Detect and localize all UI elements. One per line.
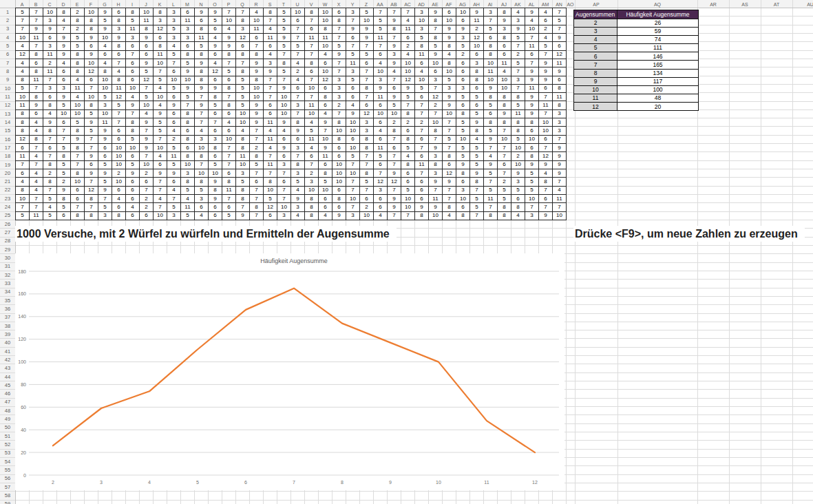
grid-cell[interactable]: 5	[43, 212, 57, 220]
grid-cell[interactable]: 6	[181, 42, 195, 50]
row-header[interactable]: 33	[5, 280, 10, 286]
grid-cell[interactable]: 5	[167, 25, 181, 34]
grid-cell[interactable]: 7	[415, 144, 429, 152]
column-header[interactable]: AT	[774, 2, 780, 7]
grid-cell[interactable]: 3	[470, 59, 484, 67]
grid-cell[interactable]: 6	[98, 152, 112, 160]
grid-cell[interactable]: 5	[525, 169, 539, 178]
grid-cell[interactable]: 7	[30, 42, 43, 50]
grid-cell[interactable]: 10	[98, 34, 112, 42]
grid-cell[interactable]: 8	[43, 178, 57, 186]
grid-cell[interactable]: 4	[470, 136, 484, 144]
grid-cell[interactable]: 8	[498, 203, 511, 211]
grid-cell[interactable]: 9	[511, 169, 525, 178]
grid-cell[interactable]: 10	[277, 93, 291, 101]
grid-cell[interactable]: 7	[16, 17, 30, 25]
grid-cell[interactable]: 11	[305, 34, 319, 42]
grid-cell[interactable]: 5	[443, 136, 456, 144]
grid-cell[interactable]: 11	[415, 51, 429, 59]
grid-cell[interactable]: 9	[140, 144, 154, 152]
grid-cell[interactable]: 7	[415, 169, 429, 178]
grid-cell[interactable]: 4	[167, 187, 181, 195]
row-header[interactable]: 47	[5, 399, 10, 405]
grid-cell[interactable]: 8	[154, 42, 167, 50]
grid-cell[interactable]: 7	[305, 93, 319, 101]
grid-cell[interactable]: 3	[236, 25, 250, 34]
grid-cell[interactable]: 6	[71, 187, 85, 195]
grid-cell[interactable]: 9	[539, 67, 553, 76]
grid-cell[interactable]: 8	[484, 118, 498, 127]
grid-cell[interactable]: 8	[388, 127, 401, 135]
grid-cell[interactable]: 7	[360, 152, 374, 160]
grid-cell[interactable]: 9	[401, 85, 415, 93]
grid-cell[interactable]: 7	[305, 76, 319, 85]
grid-cell[interactable]: 5	[209, 17, 222, 25]
row-header[interactable]: 56	[5, 475, 10, 481]
grid-cell[interactable]: 6	[126, 76, 140, 85]
grid-cell[interactable]: 6	[181, 127, 195, 135]
grid-cell[interactable]: 7	[401, 101, 415, 109]
grid-cell[interactable]: 4	[401, 152, 415, 160]
grid-cell[interactable]: 8	[98, 67, 112, 76]
grid-cell[interactable]: 3	[553, 127, 567, 135]
grid-cell[interactable]: 5	[154, 127, 167, 135]
grid-cell[interactable]: 9	[539, 59, 553, 67]
grid-cell[interactable]: 6	[319, 195, 332, 203]
grid-cell[interactable]: 5	[277, 67, 291, 76]
grid-cell[interactable]: 12	[140, 76, 154, 85]
grid-cell[interactable]: 8	[85, 212, 98, 220]
grid-cell[interactable]: 6	[374, 136, 388, 144]
grid-cell[interactable]: 4	[539, 169, 553, 178]
grid-cell[interactable]: 10	[332, 178, 346, 186]
grid-cell[interactable]: 5	[456, 42, 470, 50]
grid-cell[interactable]: 8	[332, 118, 346, 127]
grid-cell[interactable]: 4	[154, 101, 167, 109]
grid-cell[interactable]: 7	[346, 17, 360, 25]
grid-cell[interactable]: 6	[209, 110, 222, 118]
grid-cell[interactable]: 6	[181, 144, 195, 152]
grid-cell[interactable]: 9	[209, 195, 222, 203]
grid-cell[interactable]: 9	[443, 34, 456, 42]
grid-cell[interactable]: 3	[511, 178, 525, 186]
grid-cell[interactable]: 9	[140, 59, 154, 67]
grid-cell[interactable]: 8	[236, 136, 250, 144]
grid-cell[interactable]: 8	[443, 42, 456, 50]
grid-cell[interactable]: 8	[443, 152, 456, 160]
grid-cell[interactable]: 4	[57, 17, 71, 25]
grid-cell[interactable]: 6	[167, 67, 181, 76]
grid-cell[interactable]: 8	[112, 212, 126, 220]
grid-cell[interactable]: 6	[456, 59, 470, 67]
grid-cell[interactable]: 6	[112, 127, 126, 135]
grid-cell[interactable]: 9	[388, 42, 401, 50]
summary-sum-cell[interactable]: 8	[574, 70, 617, 78]
grid-cell[interactable]: 4	[264, 51, 277, 59]
grid-cell[interactable]: 5	[525, 178, 539, 186]
grid-cell[interactable]: 7	[319, 127, 332, 135]
grid-cell[interactable]: 6	[85, 76, 98, 85]
grid-cell[interactable]: 5	[401, 187, 415, 195]
grid-cell[interactable]: 5	[57, 161, 71, 169]
grid-cell[interactable]: 9	[140, 136, 154, 144]
grid-cell[interactable]: 11	[30, 76, 43, 85]
grid-cell[interactable]: 6	[456, 17, 470, 25]
grid-cell[interactable]: 3	[415, 25, 429, 34]
grid-cell[interactable]: 6	[401, 127, 415, 135]
grid-cell[interactable]: 3	[277, 212, 291, 220]
grid-cell[interactable]: 7	[415, 110, 429, 118]
column-header[interactable]: T	[282, 2, 286, 7]
grid-cell[interactable]: 10	[332, 169, 346, 178]
grid-cell[interactable]: 10	[112, 152, 126, 160]
grid-cell[interactable]: 2	[429, 101, 443, 109]
grid-cell[interactable]: 8	[181, 51, 195, 59]
grid-cell[interactable]: 9	[470, 169, 484, 178]
row-header[interactable]: 1	[6, 9, 9, 15]
grid-cell[interactable]: 10	[236, 161, 250, 169]
grid-cell[interactable]: 11	[484, 67, 498, 76]
grid-cell[interactable]: 6	[319, 203, 332, 211]
grid-cell[interactable]: 4	[71, 76, 85, 85]
grid-cell[interactable]: 4	[264, 127, 277, 135]
grid-cell[interactable]: 7	[332, 25, 346, 34]
grid-cell[interactable]: 7	[264, 17, 277, 25]
grid-cell[interactable]: 5	[511, 59, 525, 67]
grid-cell[interactable]: 6	[498, 161, 511, 169]
